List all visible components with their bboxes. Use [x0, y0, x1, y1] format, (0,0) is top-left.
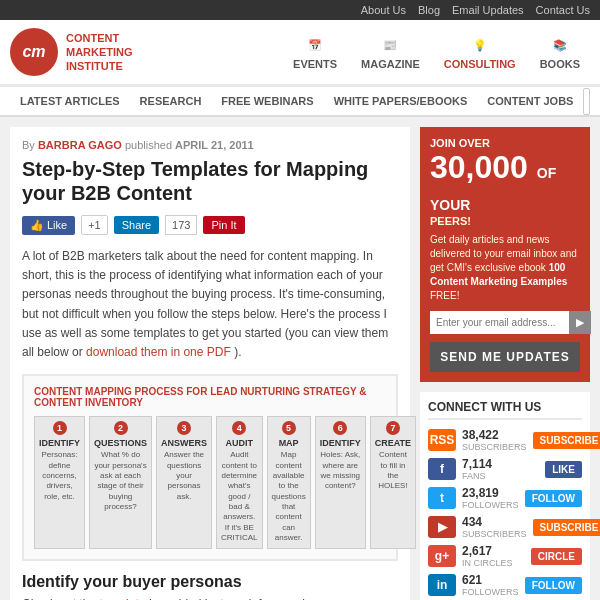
- email-submit-icon[interactable]: ▶: [569, 311, 591, 334]
- nav-consulting[interactable]: 💡 CONSULTING: [434, 30, 526, 74]
- linkedin-row: in 621 FOLLOWERS FOLLOW: [428, 573, 582, 597]
- byline: By BARBRA GAGO published APRIL 21, 2011: [22, 139, 398, 151]
- magazine-icon: 📰: [376, 34, 404, 56]
- top-nav-email[interactable]: Email Updates: [452, 4, 524, 16]
- article-title: Step-by-Step Templates for Mapping your …: [22, 157, 398, 205]
- author-name[interactable]: BARBRA GAGO: [38, 139, 122, 151]
- mapping-steps: 1 IDENTIFY Personas: define concerns, dr…: [34, 416, 386, 549]
- rss-row: RSS 38,422 SUBSCRIBERS SUBSCRIBE: [428, 428, 582, 452]
- twitter-row: t 23,819 FOLLOWERS FOLLOW: [428, 486, 582, 510]
- logo-text: CONTENT MARKETING INSTITUTE: [66, 31, 133, 74]
- rss-subscribe-button[interactable]: SUBSCRIBE: [533, 432, 600, 449]
- gplus-icon: g+: [428, 545, 456, 567]
- facebook-icon: f: [428, 458, 456, 480]
- join-title: JOIN OVER: [430, 137, 580, 149]
- main-nav: 📅 EVENTS 📰 MAGAZINE 💡 CONSULTING 📚 BOOKS: [283, 30, 590, 74]
- join-number: 30,000 OF YOUR: [430, 151, 580, 215]
- sec-nav-research[interactable]: RESEARCH: [130, 87, 212, 115]
- join-peers: PEERS!: [430, 215, 580, 227]
- rss-icon: RSS: [428, 429, 456, 451]
- step-3: 3 ANSWERS Answer the questions your pers…: [156, 416, 212, 549]
- twitter-icon: t: [428, 487, 456, 509]
- linkedin-follow-btn[interactable]: FOLLOW: [525, 577, 582, 594]
- nav-events[interactable]: 📅 EVENTS: [283, 30, 347, 74]
- search-area: 🔍: [583, 88, 590, 115]
- gplus-count: 2,617: [462, 544, 513, 558]
- nav-magazine[interactable]: 📰 MAGAZINE: [351, 30, 430, 74]
- connect-title: CONNECT WITH US: [428, 400, 582, 420]
- download-link[interactable]: download them in one PDF: [86, 345, 231, 359]
- step-7: 7 CREATE Content to fill in the HOLES!: [370, 416, 416, 549]
- join-box: JOIN OVER 30,000 OF YOUR PEERS! Get dail…: [420, 127, 590, 382]
- top-nav-about[interactable]: About Us: [361, 4, 406, 16]
- tw-count: 23,819: [462, 486, 519, 500]
- article-area: By BARBRA GAGO published APRIL 21, 2011 …: [10, 127, 410, 600]
- content-wrapper: By BARBRA GAGO published APRIL 21, 2011 …: [0, 117, 600, 600]
- rss-sub: SUBSCRIBERS: [462, 442, 527, 452]
- section1-text: Check out the template I provided last w…: [22, 595, 398, 600]
- gplus-button[interactable]: +1: [81, 215, 108, 235]
- fb-count: 7,114: [462, 457, 492, 471]
- facebook-row: f 7,114 FANS LIKE: [428, 457, 582, 481]
- li-count: 621: [462, 573, 519, 587]
- social-bar: 👍 Like +1 Share 173 Pin It: [22, 215, 398, 235]
- facebook-like-button[interactable]: 👍 Like: [22, 216, 75, 235]
- logo-area: cm CONTENT MARKETING INSTITUTE: [10, 28, 133, 76]
- youtube-subscribe-btn[interactable]: SUBSCRIBE: [533, 519, 600, 536]
- sec-nav-latest[interactable]: LATEST ARTICLES: [10, 87, 130, 115]
- sec-nav-webinars[interactable]: FREE WEBINARS: [211, 87, 323, 115]
- email-field[interactable]: [430, 311, 569, 334]
- template-link[interactable]: template: [99, 597, 145, 600]
- rss-count: 38,422: [462, 428, 527, 442]
- mapping-title: CONTENT MAPPING PROCESS For Lead Nurturi…: [34, 386, 386, 408]
- logo-icon[interactable]: cm: [10, 28, 58, 76]
- connect-box: CONNECT WITH US RSS 38,422 SUBSCRIBERS S…: [420, 392, 590, 600]
- sec-nav-jobs[interactable]: CONTENT JOBS: [477, 87, 583, 115]
- publish-date: APRIL 21, 2011: [175, 139, 254, 151]
- sec-nav-items: LATEST ARTICLES RESEARCH FREE WEBINARS W…: [10, 87, 583, 115]
- step-2: 2 QUESTIONS What % do your persona's ask…: [89, 416, 152, 549]
- sidebar: JOIN OVER 30,000 OF YOUR PEERS! Get dail…: [420, 127, 590, 600]
- tw-sub: FOLLOWERS: [462, 500, 519, 510]
- header: cm CONTENT MARKETING INSTITUTE 📅 EVENTS …: [0, 20, 600, 87]
- share-count: 173: [165, 215, 197, 235]
- top-nav-contact[interactable]: Contact Us: [536, 4, 590, 16]
- mapping-process-box: CONTENT MAPPING PROCESS For Lead Nurturi…: [22, 374, 398, 561]
- top-nav: About Us Blog Email Updates Contact Us: [0, 0, 600, 20]
- email-input-area: ▶: [430, 311, 580, 334]
- nav-books[interactable]: 📚 BOOKS: [530, 30, 590, 74]
- yt-count: 434: [462, 515, 527, 529]
- gplus-circle-btn[interactable]: CIRCLE: [531, 548, 582, 565]
- join-desc: Get daily articles and news delivered to…: [430, 233, 580, 303]
- fb-sub: FANS: [462, 471, 492, 481]
- step-5: 5 MAP Map content available to the quest…: [267, 416, 311, 549]
- linkedin-icon: in: [428, 574, 456, 596]
- consulting-icon: 💡: [466, 34, 494, 56]
- googleplus-row: g+ 2,617 IN CIRCLES CIRCLE: [428, 544, 582, 568]
- books-icon: 📚: [546, 34, 574, 56]
- events-icon: 📅: [301, 34, 329, 56]
- youtube-icon: ▶: [428, 516, 456, 538]
- article-body: A lot of B2B marketers talk about the ne…: [22, 247, 398, 362]
- li-sub: FOLLOWERS: [462, 587, 519, 597]
- secondary-nav: LATEST ARTICLES RESEARCH FREE WEBINARS W…: [0, 87, 600, 117]
- sec-nav-whitepapers[interactable]: WHITE PAPERS/EBOOKS: [324, 87, 478, 115]
- step-1: 1 IDENTIFY Personas: define concerns, dr…: [34, 416, 85, 549]
- youtube-row: ▶ 434 SUBSCRIBERS SUBSCRIBE: [428, 515, 582, 539]
- gplus-sub: IN CIRCLES: [462, 558, 513, 568]
- section1-heading: Identify your buyer personas: [22, 573, 398, 591]
- pinterest-button[interactable]: Pin It: [203, 216, 244, 234]
- twitter-follow-btn[interactable]: FOLLOW: [525, 490, 582, 507]
- yt-sub: SUBSCRIBERS: [462, 529, 527, 539]
- send-updates-button[interactable]: SEND ME UPDATES: [430, 342, 580, 372]
- facebook-like-btn[interactable]: LIKE: [545, 461, 582, 478]
- step-4: 4 AUDIT Audit content to determine what'…: [216, 416, 262, 549]
- search-input[interactable]: [584, 91, 590, 111]
- step-6: 6 IDENTIFY Holes: Ask, where are we miss…: [315, 416, 366, 549]
- linkedin-share-button[interactable]: Share: [114, 216, 159, 234]
- top-nav-blog[interactable]: Blog: [418, 4, 440, 16]
